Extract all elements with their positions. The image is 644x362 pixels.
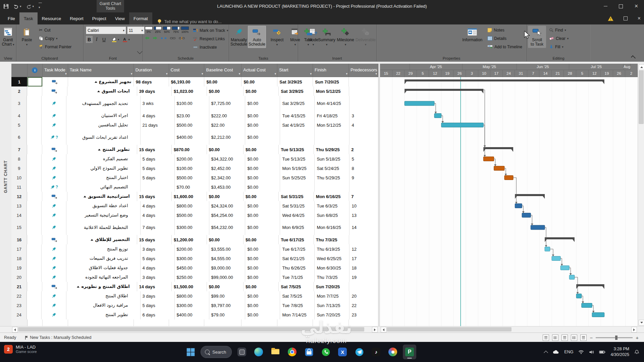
insert-milestone-button[interactable]: Milestone▾ <box>336 26 355 48</box>
cell-cost[interactable]: $300.00 <box>175 254 209 263</box>
cell-cost[interactable]: $100.00 <box>175 164 209 173</box>
cell-cost[interactable]: $800.00 <box>175 201 209 211</box>
cell-indicators[interactable] <box>27 263 42 273</box>
cell-baseline-cost[interactable]: $22.00 <box>209 120 246 130</box>
cell-indicators[interactable] <box>27 145 42 155</box>
cell-start[interactable]: Thu 6/26/25 <box>280 263 315 273</box>
add-to-timeline-button[interactable]: Add to Timeline <box>486 43 523 51</box>
cell-baseline-cost[interactable]: $3,555.00 <box>209 244 246 254</box>
cell-predecessors[interactable] <box>350 130 378 145</box>
cell-task-name[interactable]: تطوير المنتج <box>66 310 140 320</box>
cell-duration[interactable]: 3 days <box>141 291 175 301</box>
row-number[interactable]: 14 <box>11 210 27 220</box>
tab-format[interactable]: Format <box>129 12 152 24</box>
cell-cost[interactable]: $200.00 <box>175 244 209 254</box>
cell-predecessors[interactable] <box>349 86 378 96</box>
cell-finish[interactable] <box>315 130 350 145</box>
cell-actual-cost[interactable]: $0.00 <box>245 111 280 121</box>
cell-task-name[interactable]: وضع استراتيجية التسعير <box>66 210 140 220</box>
gantt-scroll-left-button[interactable] <box>381 327 386 333</box>
cell-cost[interactable]: $300.00 <box>175 220 209 235</box>
cell-predecessors[interactable]: 14 <box>350 220 378 235</box>
cell-duration[interactable]: 21 days <box>141 120 175 130</box>
cell-baseline-cost[interactable]: $54,254.00 <box>209 210 246 220</box>
cell-duration[interactable]: 5 days <box>141 164 175 173</box>
column-filter-caret[interactable]: ▾ <box>202 72 203 75</box>
cell-task-mode[interactable] <box>42 263 66 273</box>
undo-button[interactable]: ▾ <box>13 4 21 9</box>
cell-task-mode[interactable] <box>42 254 66 263</box>
gantt-chart-view-button[interactable]: GanttChart ▾ <box>0 26 17 48</box>
table-scroll-right-button[interactable] <box>372 327 378 333</box>
zoom-slider[interactable] <box>596 337 633 338</box>
cell-actual-cost[interactable]: $0.00 <box>245 130 280 145</box>
cell-start[interactable]: Sat 7/5/25 <box>279 282 314 292</box>
cell-start[interactable]: Tue 7/8/25 <box>280 301 315 310</box>
vertical-scrollbar[interactable] <box>638 64 644 326</box>
cell-baseline-cost[interactable]: $34,322.00 <box>209 154 246 164</box>
cell-actual-cost[interactable]: $0.00 <box>245 96 280 111</box>
column-header-cost[interactable]: Cost▾ <box>169 64 205 77</box>
zoom-slider-thumb[interactable] <box>615 336 618 340</box>
photos-icon[interactable] <box>386 345 399 359</box>
cell-cost[interactable]: $100.00 <box>175 96 209 111</box>
cell-indicators[interactable] <box>27 173 42 183</box>
column-filter-caret[interactable]: ▾ <box>275 72 276 75</box>
row-number[interactable]: 13 <box>11 201 27 211</box>
cell-indicators[interactable] <box>27 282 42 292</box>
cell-predecessors[interactable]: 17 <box>350 254 378 263</box>
cell-baseline-cost[interactable]: $0.00 <box>207 235 244 245</box>
tab-project[interactable]: Project <box>88 12 111 24</box>
cell-duration[interactable]: 7 days <box>141 220 175 235</box>
summary-collapse-marker[interactable] <box>77 286 79 288</box>
format-painter-button[interactable]: Format Painter <box>38 43 72 51</box>
details-button[interactable]: Details <box>486 34 523 43</box>
cell-start[interactable]: Mon 6/9/25 <box>280 220 315 235</box>
cell-indicators[interactable] <box>27 235 42 245</box>
cell-cost[interactable]: $250.00 <box>175 273 209 282</box>
row-number[interactable]: 2 <box>11 86 27 96</box>
information-button[interactable]: Information <box>461 26 484 43</box>
cell-task-mode[interactable] <box>42 301 66 310</box>
cell-cost[interactable]: $70.00 <box>175 182 209 192</box>
cell-baseline-cost[interactable]: $222.00 <box>209 111 246 121</box>
row-number[interactable]: 20 <box>11 273 27 282</box>
row-number[interactable]: 16 <box>11 235 27 245</box>
column-header-i[interactable]: i <box>28 64 43 77</box>
row-number[interactable]: 9 <box>11 164 27 173</box>
row-number[interactable]: 4 <box>11 111 27 121</box>
cell-task-name[interactable]: المراجعه النهائية للجوده <box>66 273 140 282</box>
respect-links-button[interactable]: Respect Links <box>192 35 229 43</box>
cell-start[interactable]: Sat 3/29/25 <box>277 77 313 87</box>
tell-me-box[interactable]: Tell me what you want to do... <box>157 19 222 24</box>
percent-50-button[interactable]: 50% <box>163 26 171 34</box>
cell-cost[interactable]: $300.00 <box>175 301 209 310</box>
cell-indicators[interactable] <box>27 164 42 173</box>
cell-task-name[interactable]: تحليل المنافسين <box>66 120 140 130</box>
cell-indicators[interactable] <box>27 182 42 192</box>
cell-start[interactable]: Sat 3/29/25 <box>280 96 315 111</box>
cell-start[interactable]: Mon 5/19/25 <box>280 164 315 173</box>
cell-start[interactable]: Tue 7/1/25 <box>280 273 315 282</box>
row-number[interactable]: 11 <box>11 182 27 192</box>
cell-predecessors[interactable]: 2 <box>349 145 378 155</box>
cell-indicators[interactable] <box>27 220 42 235</box>
cell-predecessors[interactable]: 3 <box>350 111 378 121</box>
indent-task-button[interactable] <box>153 36 158 40</box>
copy-button[interactable]: Copy ▾ <box>38 34 72 43</box>
chrome-icon[interactable] <box>285 345 299 359</box>
cell-predecessors[interactable]: 4 <box>350 120 378 130</box>
cell-task-name[interactable]: تدريب فريق المبيعات <box>66 254 140 263</box>
cell-finish[interactable]: Mon 4/14/25 <box>315 96 350 111</box>
cell-cost[interactable]: $450.00 <box>175 263 209 273</box>
cell-finish[interactable]: Thu 6/19/25 <box>315 244 350 254</box>
undo-caret[interactable]: ▾ <box>20 5 21 8</box>
taskbar-widget[interactable]: 2 MIA - LAD Game score <box>4 345 37 354</box>
row-number[interactable]: 22 <box>11 291 27 301</box>
row-number[interactable]: 15 <box>11 220 27 235</box>
cell-start[interactable]: Mon 7/14/25 <box>280 310 315 320</box>
redo-button[interactable]: ▾ <box>26 4 34 9</box>
taskbar-clock[interactable]: 3:28 PM 4/30/2025 <box>610 346 629 358</box>
mark-on-track-button[interactable]: Mark on Track ▾ <box>192 26 229 35</box>
cell-task-mode[interactable] <box>42 201 66 211</box>
